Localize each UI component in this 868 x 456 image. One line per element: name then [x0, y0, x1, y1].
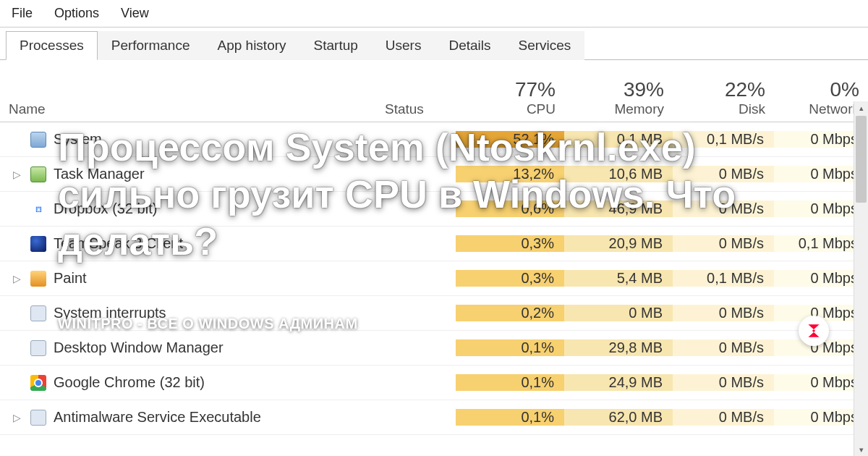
- table-row[interactable]: ▷Task Manager13,2%10,6 MB0 MB/s0 Mbps: [0, 157, 868, 192]
- scroll-up-icon[interactable]: ▴: [854, 101, 868, 114]
- menu-options[interactable]: Options: [54, 6, 99, 21]
- process-list: System52,1%0,1 MB0,1 MB/s0 Mbps▷Task Man…: [0, 122, 868, 435]
- interrupt-icon: [30, 305, 46, 321]
- tab-details[interactable]: Details: [435, 31, 504, 60]
- cpu-cell: 0,1%: [456, 374, 564, 391]
- memory-cell: 24,9 MB: [564, 374, 673, 391]
- tab-app-history[interactable]: App history: [203, 31, 299, 60]
- process-name: Dropbox (32 bit): [54, 200, 157, 217]
- header-cpu[interactable]: 77%CPU: [456, 74, 564, 122]
- cpu-cell: 13,2%: [456, 166, 564, 182]
- expand-icon[interactable]: ▷: [13, 412, 22, 423]
- memory-cell: 29,8 MB: [564, 339, 673, 356]
- memory-cell: 62,0 MB: [564, 409, 673, 426]
- scroll-thumb[interactable]: [856, 116, 867, 203]
- disk-cell: 0,1 MB/s: [673, 270, 774, 287]
- memory-cell: 5,4 MB: [564, 270, 673, 287]
- menu-file[interactable]: File: [12, 6, 33, 21]
- system-icon: [30, 132, 46, 148]
- cpu-cell: 0,3%: [456, 270, 564, 287]
- disk-cell: 0 MB/s: [673, 305, 774, 321]
- expand-icon[interactable]: ▷: [13, 273, 22, 284]
- cpu-cell: 0,3%: [456, 235, 564, 252]
- table-row[interactable]: System52,1%0,1 MB0,1 MB/s0 Mbps: [0, 122, 868, 157]
- cpu-cell: 52,1%: [456, 131, 564, 148]
- scrollbar[interactable]: ▴ ▾: [854, 101, 868, 456]
- taskmgr-icon: [30, 166, 46, 182]
- memory-cell: 0,1 MB: [564, 131, 673, 148]
- cpu-cell: 0,1%: [456, 339, 564, 356]
- scroll-down-icon[interactable]: ▾: [854, 443, 868, 456]
- memory-cell: 46,9 MB: [564, 200, 673, 217]
- generic-icon: [30, 410, 46, 426]
- tab-bar: Processes Performance App history Startu…: [0, 30, 868, 60]
- tab-startup[interactable]: Startup: [300, 31, 372, 60]
- column-headers: Name Status 77%CPU 39%Memory 22%Disk 0%N…: [0, 60, 868, 122]
- tab-performance[interactable]: Performance: [98, 31, 204, 60]
- process-name: Antimalware Service Executable: [54, 409, 261, 426]
- process-name: TeamSpeak 3 Client: [54, 235, 183, 252]
- disk-cell: 0 MB/s: [673, 235, 774, 252]
- process-name: Task Manager: [54, 166, 145, 182]
- memory-cell: 0 MB: [564, 305, 673, 321]
- tab-services[interactable]: Services: [505, 31, 585, 60]
- process-name: Google Chrome (32 bit): [54, 374, 205, 391]
- table-row[interactable]: Google Chrome (32 bit)0,1%24,9 MB0 MB/s0…: [0, 366, 868, 400]
- table-row[interactable]: ▷Paint0,3%5,4 MB0,1 MB/s0 Mbps: [0, 261, 868, 296]
- tab-processes[interactable]: Processes: [6, 31, 98, 60]
- header-name[interactable]: Name: [0, 72, 376, 122]
- cpu-cell: 0,1%: [456, 409, 564, 426]
- chrome-icon: [30, 375, 46, 391]
- disk-cell: 0 MB/s: [673, 409, 774, 426]
- cpu-cell: 0,2%: [456, 305, 564, 321]
- tab-users[interactable]: Users: [372, 31, 435, 60]
- process-name: System: [54, 131, 102, 148]
- cpu-cell: 0,6%: [456, 200, 564, 217]
- table-row[interactable]: TeamSpeak 3 Client0,3%20,9 MB0 MB/s0,1 M…: [0, 227, 868, 261]
- header-disk[interactable]: 22%Disk: [673, 74, 774, 122]
- process-name: Paint: [54, 270, 87, 287]
- disk-cell: 0 MB/s: [673, 339, 774, 356]
- table-row[interactable]: Desktop Window Manager0,1%29,8 MB0 MB/s0…: [0, 331, 868, 366]
- paint-icon: [30, 271, 46, 287]
- dwm-icon: [30, 340, 46, 356]
- table-row[interactable]: System interrupts0,2%0 MB0 MB/s0 Mbps: [0, 296, 868, 331]
- memory-cell: 20,9 MB: [564, 235, 673, 252]
- zen-icon: [799, 316, 829, 346]
- disk-cell: 0 MB/s: [673, 200, 774, 217]
- table-row[interactable]: ▷Antimalware Service Executable0,1%62,0 …: [0, 400, 868, 435]
- memory-cell: 10,6 MB: [564, 166, 673, 182]
- header-memory[interactable]: 39%Memory: [564, 74, 673, 122]
- expand-icon[interactable]: ▷: [13, 169, 22, 180]
- header-status[interactable]: Status: [376, 72, 456, 122]
- disk-cell: 0 MB/s: [673, 166, 774, 182]
- process-name: System interrupts: [54, 305, 166, 321]
- task-manager-window: File Options View Processes Performance …: [0, 0, 868, 456]
- menubar: File Options View: [0, 0, 868, 28]
- menu-view[interactable]: View: [121, 6, 149, 21]
- teamspeak-icon: [30, 236, 46, 252]
- disk-cell: 0 MB/s: [673, 374, 774, 391]
- table-row[interactable]: ⧈Dropbox (32 bit)0,6%46,9 MB0 MB/s0 Mbps: [0, 192, 868, 227]
- dropbox-icon: ⧈: [30, 201, 46, 217]
- process-name: Desktop Window Manager: [54, 339, 224, 356]
- disk-cell: 0,1 MB/s: [673, 131, 774, 148]
